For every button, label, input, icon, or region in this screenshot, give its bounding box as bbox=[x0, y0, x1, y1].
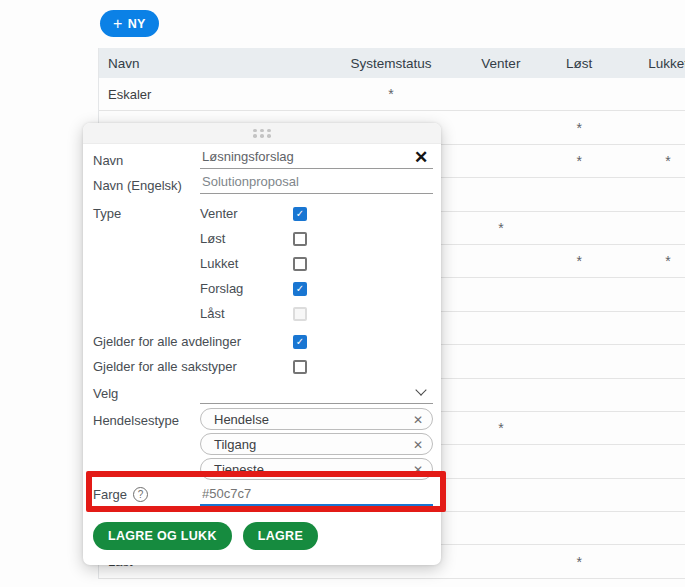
tag-tilgang: Tilgang✕ bbox=[200, 433, 433, 455]
row-flag: * bbox=[329, 86, 454, 102]
row-flag: * bbox=[453, 420, 548, 436]
edit-status-dialog: ✕ Navn Navn (Engelsk) Type Venter✓LøstLu… bbox=[83, 123, 441, 565]
drag-dots-icon bbox=[253, 129, 271, 138]
save-button[interactable]: LAGRE bbox=[243, 522, 318, 550]
tag-label: Hendelse bbox=[214, 412, 269, 427]
type-option-label: Låst bbox=[200, 306, 293, 321]
type-option-label: Venter bbox=[200, 206, 293, 221]
type-option: Forslag✓ bbox=[200, 276, 433, 301]
save-and-close-button[interactable]: LAGRE OG LUKK bbox=[93, 522, 232, 550]
help-icon[interactable]: ? bbox=[133, 487, 148, 502]
type-option-label: Lukket bbox=[200, 256, 293, 271]
color-label-row: Farge ? bbox=[93, 487, 148, 502]
row-flag: * bbox=[548, 120, 610, 136]
row-flag: * bbox=[610, 153, 685, 169]
type-option-label: Forslag bbox=[200, 281, 293, 296]
column-header-2: Venter bbox=[453, 56, 548, 71]
column-header-1: Systemstatus bbox=[329, 56, 454, 71]
row-name: Eskaler bbox=[99, 87, 329, 102]
name-label: Navn bbox=[93, 153, 123, 168]
type-option: Låst bbox=[200, 301, 433, 326]
type-option-label: Løst bbox=[200, 231, 293, 246]
checkbox-venter[interactable]: ✓ bbox=[293, 207, 307, 221]
tag-label: Tilgang bbox=[214, 437, 256, 452]
checkbox-lukket[interactable] bbox=[293, 257, 307, 271]
table-header: NavnSystemstatusVenterLøstLukket bbox=[99, 48, 685, 78]
name-input[interactable] bbox=[200, 147, 433, 169]
select-dropdown[interactable] bbox=[200, 382, 433, 404]
checkbox-l-st[interactable] bbox=[293, 232, 307, 246]
checkbox-l-st bbox=[293, 307, 307, 321]
color-label: Farge bbox=[93, 487, 127, 502]
plus-icon: + bbox=[113, 16, 123, 32]
tag-hendelse: Hendelse✕ bbox=[200, 408, 433, 430]
column-header-3: Løst bbox=[548, 56, 610, 71]
new-button-label: NY bbox=[128, 17, 146, 31]
row-flag: * bbox=[453, 220, 548, 236]
event-type-tags: Hendelse✕Tilgang✕Tjeneste✕ bbox=[200, 408, 433, 483]
scope-toggles: Gjelder for alle avdelinger✓Gjelder for … bbox=[93, 329, 433, 379]
row-flag: * bbox=[548, 554, 610, 570]
column-header-4: Lukket bbox=[610, 56, 685, 71]
checkbox-gjelder-for-alle-sakstyper[interactable] bbox=[293, 360, 307, 374]
select-label: Velg bbox=[93, 386, 118, 401]
event-type-label: Hendelsestype bbox=[93, 413, 179, 428]
scope-toggle: Gjelder for alle sakstyper bbox=[93, 354, 433, 379]
name-english-input[interactable] bbox=[200, 172, 433, 194]
row-flag: * bbox=[548, 153, 610, 169]
column-header-0: Navn bbox=[99, 56, 329, 71]
dialog-actions: LAGRE OG LUKK LAGRE bbox=[93, 522, 318, 550]
row-flag: * bbox=[610, 253, 685, 269]
scope-toggle-label: Gjelder for alle avdelinger bbox=[93, 334, 293, 349]
scope-toggle-label: Gjelder for alle sakstyper bbox=[93, 359, 293, 374]
checkbox-forslag[interactable]: ✓ bbox=[293, 282, 307, 296]
type-option: Venter✓ bbox=[200, 201, 433, 226]
table-row[interactable]: Eskaler* bbox=[99, 78, 685, 111]
checkbox-gjelder-for-alle-avdelinger[interactable]: ✓ bbox=[293, 335, 307, 349]
color-input[interactable] bbox=[200, 484, 433, 506]
new-button[interactable]: + NY bbox=[100, 10, 159, 37]
tag-label: Tjeneste bbox=[214, 462, 264, 477]
row-flag: * bbox=[548, 253, 610, 269]
remove-tag-icon[interactable]: ✕ bbox=[413, 459, 423, 481]
type-option: Løst bbox=[200, 226, 433, 251]
type-label: Type bbox=[93, 206, 121, 221]
remove-tag-icon[interactable]: ✕ bbox=[413, 434, 423, 456]
tag-tjeneste: Tjeneste✕ bbox=[200, 458, 433, 480]
drag-handle[interactable] bbox=[83, 123, 441, 144]
scope-toggle: Gjelder for alle avdelinger✓ bbox=[93, 329, 433, 354]
type-option: Lukket bbox=[200, 251, 433, 276]
name-english-label: Navn (Engelsk) bbox=[93, 178, 182, 193]
chevron-down-icon bbox=[415, 384, 426, 395]
type-options: Venter✓LøstLukketForslag✓Låst bbox=[200, 201, 433, 326]
remove-tag-icon[interactable]: ✕ bbox=[413, 409, 423, 431]
